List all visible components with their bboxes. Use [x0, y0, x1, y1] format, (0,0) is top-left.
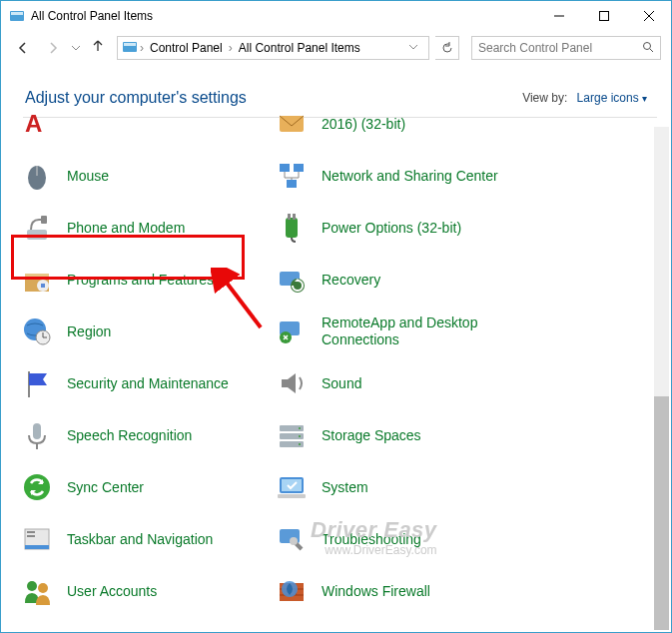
window-title: All Control Panel Items: [31, 9, 536, 23]
svg-rect-25: [41, 284, 45, 288]
cp-item-users[interactable]: User Accounts: [19, 573, 274, 609]
back-button[interactable]: [11, 36, 35, 60]
cp-item-partial-left[interactable]: A: [19, 106, 274, 142]
cp-item-security[interactable]: Security and Maintenance: [19, 365, 274, 401]
svg-point-40: [299, 427, 301, 429]
forward-button[interactable]: [41, 36, 65, 60]
svg-rect-21: [293, 214, 296, 220]
cp-item-taskbar[interactable]: Taskbar and Navigation: [19, 521, 274, 557]
users-icon: [19, 573, 55, 609]
svg-rect-45: [282, 479, 302, 491]
cp-item-label: Programs and Features: [67, 272, 214, 289]
cp-item-speech[interactable]: Speech Recognition: [19, 417, 274, 453]
cp-item-label: System: [322, 479, 368, 496]
drives-icon: [274, 417, 310, 453]
svg-rect-18: [41, 216, 47, 224]
svg-rect-20: [288, 214, 291, 220]
power-icon: [274, 210, 310, 246]
cp-item-label: RemoteApp and Desktop Connections: [322, 315, 541, 348]
cp-item-label: User Accounts: [67, 583, 157, 600]
maximize-button[interactable]: [581, 1, 626, 31]
svg-rect-23: [25, 274, 49, 280]
cp-item-label: Troubleshooting: [322, 531, 421, 548]
chevron-down-icon: ▾: [642, 93, 647, 104]
cp-item-workfolders[interactable]: Work Folders: [274, 625, 608, 633]
up-button[interactable]: [91, 39, 111, 57]
cp-item-programs[interactable]: Programs and Features: [19, 262, 274, 298]
history-dropdown[interactable]: [71, 39, 85, 57]
svg-point-8: [644, 42, 651, 49]
svg-rect-35: [33, 423, 41, 439]
cp-item-label: Windows Firewall: [322, 583, 430, 600]
cp-item-recovery[interactable]: Recovery: [274, 262, 608, 298]
scrollbar[interactable]: [654, 127, 669, 630]
network-icon: [274, 158, 310, 194]
refresh-button[interactable]: [435, 36, 459, 60]
title-bar: All Control Panel Items: [1, 1, 671, 31]
flag-icon: [19, 365, 55, 401]
phone-icon: [19, 210, 55, 246]
svg-rect-1: [11, 12, 23, 15]
cp-item-label: Speech Recognition: [67, 427, 192, 444]
page-title: Adjust your computer's settings: [25, 89, 247, 107]
address-dropdown[interactable]: [402, 41, 424, 55]
search-input[interactable]: Search Control Panel: [471, 36, 661, 60]
cp-item-label: Power Options (32-bit): [322, 220, 461, 237]
cp-item-remoteapp[interactable]: RemoteApp and Desktop Connections: [274, 314, 608, 349]
firewall-icon: [274, 573, 310, 609]
cp-item-label: 2016) (32-bit): [322, 116, 405, 133]
cp-item-storage[interactable]: Storage Spaces: [274, 417, 608, 453]
remote-icon: [274, 314, 310, 349]
cp-item-system[interactable]: System: [274, 469, 608, 505]
folder-icon: [274, 625, 310, 633]
wrench-icon: [274, 521, 310, 557]
svg-point-54: [38, 583, 48, 593]
cp-item-mouse[interactable]: Mouse: [19, 158, 274, 194]
mouse-icon: [19, 158, 55, 194]
view-by-label: View by:: [522, 91, 567, 105]
cp-item-power[interactable]: Power Options (32-bit): [274, 210, 608, 246]
cp-item-label: Network and Sharing Center: [322, 168, 498, 185]
box-icon: [19, 262, 55, 298]
cp-item-region[interactable]: Region: [19, 314, 274, 349]
cp-item-sync[interactable]: Sync Center: [19, 469, 274, 505]
cp-item-phone[interactable]: Phone and Modem: [19, 210, 274, 246]
svg-rect-14: [280, 164, 290, 172]
cp-item-label: Security and Maintenance: [67, 375, 229, 392]
items-area: A 2016) (32-bit) Mouse Network and Shari…: [1, 118, 671, 621]
items-grid: A 2016) (32-bit) Mouse Network and Shari…: [1, 118, 671, 633]
windows-icon: [19, 625, 55, 633]
cp-item-label: Sync Center: [67, 479, 144, 496]
svg-point-53: [27, 581, 37, 591]
cp-item-troubleshoot[interactable]: Troubleshooting: [274, 521, 608, 557]
cp-item-label: Region: [67, 323, 111, 340]
address-bar[interactable]: › Control Panel › All Control Panel Item…: [117, 36, 429, 60]
svg-rect-17: [27, 230, 47, 240]
nav-bar: › Control Panel › All Control Panel Item…: [1, 31, 671, 65]
cp-item-label: Recovery: [322, 272, 380, 289]
scrollbar-thumb[interactable]: [654, 396, 669, 630]
search-icon: [642, 41, 654, 56]
cp-item-windowstogo[interactable]: Windows To Go: [19, 625, 274, 633]
svg-rect-50: [27, 535, 35, 537]
view-by-dropdown[interactable]: Large icons ▾: [577, 91, 647, 105]
sync-icon: [19, 469, 55, 505]
cp-item-network[interactable]: Network and Sharing Center: [274, 158, 608, 194]
minimize-button[interactable]: [536, 1, 581, 31]
cp-item-firewall[interactable]: Windows Firewall: [274, 573, 608, 609]
computer-icon: [274, 469, 310, 505]
svg-rect-7: [124, 43, 136, 46]
breadcrumb-current[interactable]: All Control Panel Items: [235, 41, 364, 55]
close-button[interactable]: [626, 1, 671, 31]
cp-item-label: Taskbar and Navigation: [67, 531, 213, 548]
chevron-right-icon: ›: [138, 41, 146, 55]
cp-item-label: Storage Spaces: [322, 427, 421, 444]
breadcrumb-root[interactable]: Control Panel: [146, 41, 227, 55]
recovery-icon: [274, 262, 310, 298]
svg-line-9: [650, 49, 653, 52]
svg-rect-3: [599, 12, 608, 21]
cp-item-sound[interactable]: Sound: [274, 365, 608, 401]
cp-item-label: Mouse: [67, 168, 109, 185]
font-icon: A: [19, 106, 55, 142]
cp-item-partial-right[interactable]: 2016) (32-bit): [274, 106, 608, 142]
